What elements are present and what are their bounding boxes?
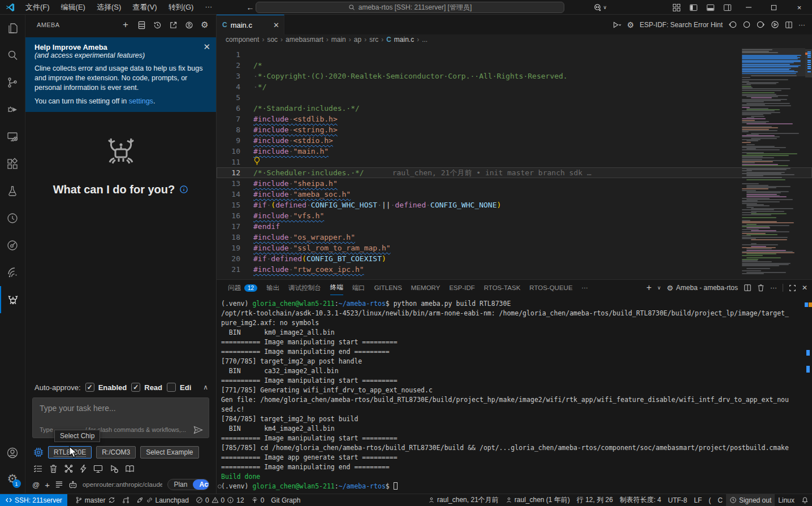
act-button[interactable]: Act bbox=[193, 479, 209, 490]
testing-icon[interactable] bbox=[0, 178, 25, 205]
panel-tab-rtos-task[interactable]: RTOS-TASK bbox=[484, 282, 521, 294]
menu-selection[interactable]: 选择(S) bbox=[92, 1, 126, 14]
feedback-indicator[interactable]: 0 bbox=[248, 494, 268, 506]
os-indicator[interactable]: Linux bbox=[775, 494, 798, 506]
problems-indicator[interactable]: 0 0 12 bbox=[192, 494, 248, 506]
tab-close-icon[interactable]: ✕ bbox=[273, 21, 279, 29]
launchpad-button[interactable]: Launchpad bbox=[133, 494, 192, 506]
menu-go[interactable]: 转到(G) bbox=[164, 1, 198, 14]
maximize-panel-icon[interactable] bbox=[789, 284, 796, 292]
panel-tab-problems[interactable]: 问题12 bbox=[228, 281, 257, 295]
checkbox-edit[interactable] bbox=[167, 383, 176, 392]
remote-indicator[interactable]: SSH: 211server bbox=[0, 494, 67, 506]
panel-tab-debug-console[interactable]: 调试控制台 bbox=[288, 281, 321, 295]
checkbox-enabled[interactable]: ✓ bbox=[85, 383, 94, 392]
extensions-icon[interactable] bbox=[0, 150, 25, 178]
split-editor-icon[interactable] bbox=[785, 21, 793, 29]
code-line[interactable]: 2/* bbox=[217, 60, 812, 71]
code-line[interactable]: 18#include·"os_wrapper.h" bbox=[217, 232, 812, 243]
close-panel-icon[interactable]: ✕ bbox=[802, 284, 807, 292]
code-line[interactable]: 5 bbox=[217, 92, 812, 103]
language-mode[interactable]: C bbox=[714, 494, 726, 506]
menu-more[interactable]: ··· bbox=[200, 1, 217, 14]
toggle-panel-icon[interactable] bbox=[702, 0, 719, 15]
new-terminal-icon[interactable]: + bbox=[646, 283, 651, 293]
trash-icon[interactable] bbox=[49, 464, 58, 473]
code-line[interactable]: 20#if·defined(CONFIG_BT_COEXIST) bbox=[217, 253, 812, 264]
toggle-sidebar-icon[interactable] bbox=[685, 0, 702, 15]
explorer-icon[interactable] bbox=[0, 15, 25, 42]
panel-tab-ports[interactable]: 端口 bbox=[352, 281, 365, 295]
cursor-position[interactable]: 行 12, 列 26 bbox=[573, 494, 616, 506]
send-icon[interactable] bbox=[193, 426, 203, 434]
breadcrumb-item[interactable]: soc bbox=[267, 36, 278, 44]
split-terminal-icon[interactable] bbox=[744, 284, 751, 292]
panel-tab-memory[interactable]: MEMORY bbox=[411, 282, 440, 294]
code-line[interactable]: 4·*/ bbox=[217, 81, 812, 92]
terminal-tab-ameba[interactable]: ⚙ Ameba - ameba-rtos bbox=[667, 284, 738, 292]
task-list-icon[interactable] bbox=[33, 464, 43, 473]
commit-graph-icon[interactable] bbox=[0, 232, 25, 259]
encoding-indicator[interactable]: UTF-8 bbox=[664, 494, 690, 506]
breadcrumb-item[interactable]: ap bbox=[354, 36, 361, 44]
history-icon[interactable] bbox=[152, 19, 163, 31]
nav-back-circle-icon[interactable] bbox=[728, 20, 737, 29]
more-actions-icon[interactable]: ··· bbox=[770, 284, 777, 292]
nav-back-icon[interactable]: ← bbox=[246, 3, 254, 12]
close-button[interactable]: × bbox=[787, 0, 812, 15]
checkbox-read[interactable]: ✓ bbox=[131, 383, 140, 392]
breadcrumb-item[interactable]: main.c bbox=[394, 36, 414, 44]
panel-tab-terminal[interactable]: 终端 bbox=[330, 280, 343, 295]
eol-indicator[interactable]: LF bbox=[690, 494, 705, 506]
breadcrumb-item[interactable]: ... bbox=[422, 36, 427, 44]
code-line[interactable]: 14#include·"ameba_soc.h" bbox=[217, 189, 812, 200]
minimize-button[interactable] bbox=[736, 0, 761, 15]
panel-tab-rtos-queue[interactable]: RTOS-QUEUE bbox=[529, 282, 572, 294]
run-menu-icon[interactable] bbox=[612, 21, 621, 29]
panel-tab-esp-idf[interactable]: ESP-IDF bbox=[449, 282, 474, 294]
indentation-indicator[interactable]: 制表符长度: 4 bbox=[616, 494, 664, 506]
notifications-bell-icon[interactable] bbox=[798, 494, 812, 506]
code-line[interactable]: 19#include·"ssl_rom_to_ram_map.h" bbox=[217, 243, 812, 253]
menu-file[interactable]: 文件(F) bbox=[21, 1, 54, 14]
tab-main-c[interactable]: C main.c ✕ bbox=[217, 15, 284, 34]
breadcrumb-item[interactable]: component bbox=[226, 36, 259, 44]
customize-layout-icon[interactable] bbox=[668, 0, 685, 15]
monitor-icon[interactable] bbox=[93, 464, 103, 473]
code-line[interactable]: 6/*·Standard·includes.·*/ bbox=[217, 103, 812, 114]
account-icon[interactable] bbox=[0, 439, 25, 466]
nav-circle-icon[interactable] bbox=[742, 20, 751, 29]
settings-gear-icon[interactable]: ⚙1 bbox=[0, 466, 25, 491]
code-line[interactable]: 15#if·(defined·CONFIG_WHC_HOST·||·define… bbox=[217, 200, 812, 210]
code-line[interactable]: 7#include·<stdlib.h> bbox=[217, 114, 812, 124]
esp-idf-icon[interactable] bbox=[0, 259, 25, 286]
rules-icon[interactable] bbox=[55, 481, 63, 488]
breadcrumb-item[interactable]: main bbox=[331, 36, 346, 44]
maximize-button[interactable] bbox=[761, 0, 787, 15]
kill-terminal-icon[interactable] bbox=[757, 284, 765, 292]
ameba-robot-icon[interactable] bbox=[0, 286, 25, 313]
copilot-icon[interactable]: ∨ bbox=[593, 3, 607, 12]
code-line[interactable]: 3·*·Copyright·(C)·2020·Realtek·Semicondu… bbox=[217, 71, 812, 81]
command-decoration-icon[interactable] bbox=[218, 485, 222, 488]
run-circle-icon[interactable] bbox=[771, 20, 779, 29]
debug-run-icon[interactable] bbox=[109, 464, 119, 473]
code-editor[interactable]: 12/*3·*·Copyright·(C)·2020·Realtek·Semic… bbox=[217, 45, 812, 279]
info-icon[interactable] bbox=[179, 185, 188, 194]
remote-explorer-icon[interactable] bbox=[0, 123, 25, 150]
run-debug-icon[interactable] bbox=[0, 96, 25, 123]
panel-tabs-more-icon[interactable]: ⋯ bbox=[582, 281, 589, 295]
blame-recent[interactable]: raul_chen, 21个月前 bbox=[425, 494, 502, 506]
breadcrumb-item[interactable]: amebasmart bbox=[286, 36, 323, 44]
code-line[interactable]: 13#include·"sheipa.h" bbox=[217, 178, 812, 189]
code-line[interactable]: 12/*·Scheduler·includes.·*/raul_chen, 21… bbox=[217, 167, 812, 178]
commit-graph-button[interactable] bbox=[119, 494, 133, 506]
nav-forward-circle-icon[interactable] bbox=[757, 20, 765, 29]
code-line[interactable]: 17#endif bbox=[217, 221, 812, 232]
gitlens-icon[interactable] bbox=[0, 205, 25, 232]
command-center[interactable]: ameba-rtos [SSH: 211server] [管理员] bbox=[256, 2, 564, 13]
code-line[interactable]: 9#include·<stdio.h> bbox=[217, 135, 812, 146]
settings-gear-icon[interactable]: ⚙ bbox=[627, 20, 634, 29]
code-line[interactable]: 21#include·"rtw_coex_ipc.h" bbox=[217, 264, 812, 275]
lightbulb-icon[interactable] bbox=[253, 157, 261, 165]
